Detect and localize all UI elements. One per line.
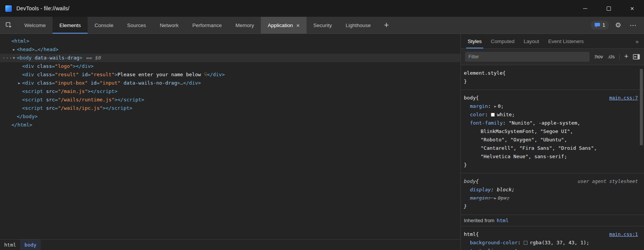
tab-label: Security — [313, 22, 332, 28]
rule-selector[interactable]: body — [464, 177, 476, 186]
tree-node[interactable]: <script src="/wails/ipc.js"></script> — [0, 104, 460, 112]
rule-selector[interactable]: body — [464, 94, 476, 102]
expand-arrow-icon[interactable]: ▶ — [11, 45, 17, 54]
tab-label: Sources — [127, 22, 146, 28]
minimize-icon — [583, 8, 587, 9]
tree-node[interactable]: </body> — [0, 112, 460, 121]
tab-console[interactable]: Console — [88, 17, 120, 34]
css-declaration[interactable]: text-align: center; — [461, 247, 644, 250]
issues-counter[interactable]: 1 — [591, 21, 609, 30]
tab-security[interactable]: Security — [307, 17, 339, 34]
new-style-rule-button[interactable]: + — [624, 52, 628, 61]
content-area: <html>▶<head>…</head>···▼<body data-wail… — [0, 34, 644, 250]
css-property-name: font-family — [470, 120, 503, 126]
panel-tabs: WelcomeElementsConsoleSourcesNetworkPerf… — [18, 17, 378, 34]
inherited-label: Inherited from — [464, 218, 494, 223]
tree-node[interactable]: <div class="logo"></div> — [0, 62, 460, 71]
maximize-button[interactable] — [597, 0, 620, 17]
devtools-window: DevTools - file://wails/ × WelcomeElemen… — [0, 0, 644, 250]
style-rule-body: body {main.css:7margin: ▶0;color: white;… — [461, 90, 644, 173]
rule-selector[interactable]: element.style — [464, 69, 503, 77]
style-rule-html: html {main.css:1background-color: rgba(3… — [461, 226, 644, 250]
window-title: DevTools - file://wails/ — [16, 5, 69, 11]
tree-node[interactable]: <html> — [0, 37, 460, 45]
css-value-continued: "Cantarell", "Fira Sans", "Droid Sans", — [461, 144, 644, 152]
minimize-button[interactable] — [573, 0, 597, 17]
tab-welcome[interactable]: Welcome — [18, 17, 53, 34]
more-options-button[interactable]: ··· — [627, 19, 639, 31]
main-toolbar: WelcomeElementsConsoleSourcesNetworkPerf… — [0, 17, 644, 34]
message-bubble-icon — [594, 22, 600, 28]
styles-scrollbar[interactable] — [639, 66, 644, 250]
tab-label: Event Listeners — [548, 38, 584, 44]
add-tools-button[interactable]: + — [378, 17, 395, 34]
expand-shorthand-icon[interactable]: ▶ — [494, 196, 496, 200]
close-tab-icon[interactable]: × — [296, 22, 300, 29]
tree-node[interactable]: <script src="/wails/runtime.js"></script… — [0, 96, 460, 104]
styles-sidebar: StylesComputedLayoutEvent Listeners » :h… — [461, 34, 644, 250]
tree-node[interactable]: <script src="/main.js"></script> — [0, 87, 460, 96]
tab-sources[interactable]: Sources — [120, 17, 153, 34]
inherited-node-link[interactable]: html — [497, 218, 508, 223]
styles-sections: element.style {}body {main.css:7margin: … — [461, 65, 644, 250]
tab-label: Lighthouse — [346, 22, 371, 28]
settings-button[interactable]: ⚙ — [612, 19, 624, 31]
tab-network[interactable]: Network — [153, 17, 185, 34]
stylesheet-link[interactable]: main.css:7 — [609, 94, 638, 102]
color-swatch[interactable] — [524, 241, 527, 245]
tree-node[interactable]: ▶<head>…</head> — [0, 45, 460, 54]
css-declaration[interactable]: margin: ▶8px; — [461, 194, 644, 202]
breadcrumb: htmlbody — [0, 239, 460, 250]
tab-layout[interactable]: Layout — [519, 34, 544, 48]
close-button[interactable]: × — [620, 0, 644, 17]
scrollbar-thumb[interactable] — [640, 69, 643, 145]
expand-arrow-icon[interactable]: ▶ — [16, 79, 22, 87]
css-property-value: white; — [497, 112, 515, 117]
tab-lighthouse[interactable]: Lighthouse — [339, 17, 378, 34]
toggle-computed-sidebar-button[interactable] — [633, 54, 640, 59]
css-declaration[interactable]: display: block; — [461, 186, 644, 194]
tab-label: Performance — [192, 22, 222, 28]
css-declaration[interactable]: margin: ▶0; — [461, 102, 644, 111]
kebab-menu-icon: ··· — [630, 22, 637, 29]
tree-node[interactable]: <div class="result" id="result">Please e… — [0, 71, 460, 79]
css-declaration[interactable]: font-family: "Nunito", -apple-system, — [461, 119, 644, 127]
css-property-name: text-align — [470, 248, 500, 250]
more-tabs-icon[interactable]: » — [630, 34, 644, 48]
color-swatch[interactable] — [491, 113, 495, 117]
tab-label: Computed — [491, 38, 515, 44]
css-value-continued: BlinkMacSystemFont, "Segoe UI", — [461, 127, 644, 136]
css-property-value: 0; — [498, 103, 504, 109]
expand-shorthand-icon[interactable]: ▶ — [494, 104, 496, 108]
tab-styles[interactable]: Styles — [463, 34, 486, 48]
tree-node[interactable]: ▶<div class="input-box" id="input" data-… — [0, 79, 460, 87]
css-declaration[interactable]: color: white; — [461, 111, 644, 119]
tab-computed[interactable]: Computed — [486, 34, 519, 48]
rule-selector[interactable]: html — [464, 230, 476, 239]
css-property-name: color — [470, 112, 485, 117]
node-options-icon[interactable]: ··· — [2, 54, 12, 62]
styles-filter-input[interactable] — [465, 52, 590, 62]
inspect-element-button[interactable] — [0, 17, 18, 34]
tree-node[interactable]: </html> — [0, 121, 460, 129]
tab-performance[interactable]: Performance — [185, 17, 229, 34]
panel-toggle-icon — [633, 54, 640, 59]
tab-application[interactable]: Application× — [261, 17, 307, 34]
close-icon: × — [630, 5, 634, 12]
tab-elements[interactable]: Elements — [53, 17, 88, 34]
tab-label: Elements — [59, 22, 81, 28]
css-property-name: background-color — [470, 240, 518, 245]
crumb-body[interactable]: body — [20, 240, 40, 250]
origin-note: user agent stylesheet — [578, 177, 638, 186]
css-declaration[interactable]: background-color: rgba(33, 37, 43, 1); — [461, 239, 644, 247]
toggle-class-button[interactable]: .cls — [607, 54, 615, 59]
css-property-name: margin — [470, 195, 488, 201]
css-property-value: rgba(33, 37, 43, 1); — [530, 240, 590, 245]
tree-node[interactable]: ···▼<body data-wails-drag>== $0 — [0, 54, 460, 62]
tab-event-listeners[interactable]: Event Listeners — [544, 34, 588, 48]
toggle-pseudo-state-button[interactable]: :hov — [594, 54, 603, 59]
tab-memory[interactable]: Memory — [229, 17, 261, 34]
crumb-html[interactable]: html — [0, 240, 20, 250]
stylesheet-link[interactable]: main.css:1 — [609, 230, 638, 239]
sidebar-tabs: StylesComputedLayoutEvent Listeners » — [461, 34, 644, 49]
